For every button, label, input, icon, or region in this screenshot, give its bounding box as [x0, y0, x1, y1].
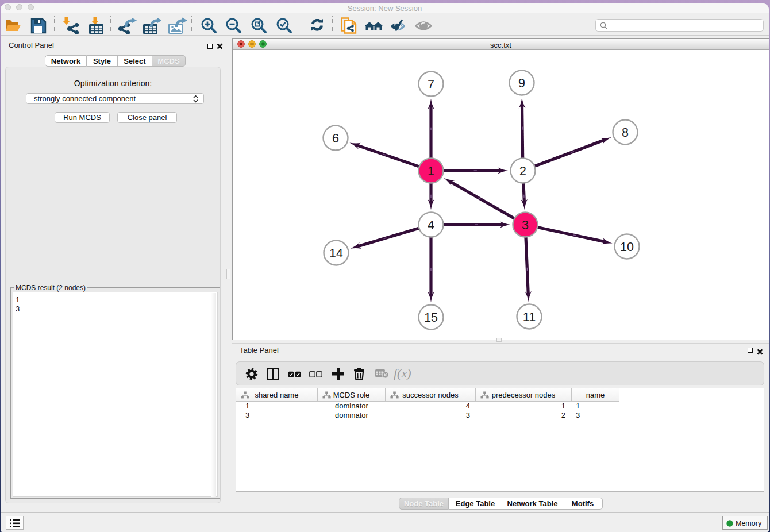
svg-text:3: 3 — [522, 218, 529, 232]
svg-text:10: 10 — [620, 240, 634, 254]
svg-text:9: 9 — [518, 76, 525, 90]
svg-text:6: 6 — [332, 132, 339, 145]
svg-text:7: 7 — [428, 78, 434, 91]
svg-text:11: 11 — [523, 310, 536, 324]
svg-text:15: 15 — [424, 311, 438, 325]
svg-text:1: 1 — [428, 164, 434, 178]
svg-text:14: 14 — [329, 246, 343, 260]
svg-text:4: 4 — [428, 218, 434, 232]
svg-text:8: 8 — [622, 126, 629, 140]
svg-text:2: 2 — [519, 164, 526, 178]
